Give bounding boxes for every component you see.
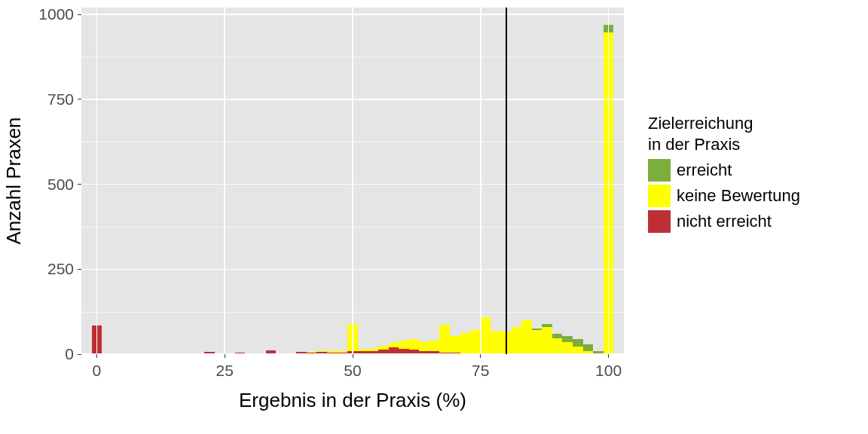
legend-swatch: [648, 185, 671, 207]
bar-segment: [419, 342, 429, 351]
legend-label: erreicht: [677, 160, 732, 180]
bar-segment: [562, 342, 573, 354]
bar-segment: [316, 351, 327, 352]
bar-segment: [460, 333, 471, 354]
plot-panel: [81, 8, 624, 354]
bar-segment: [481, 317, 491, 354]
legend-title: Zielerreichungin der Praxis: [648, 113, 800, 154]
bar-segment: [338, 351, 348, 353]
bar-segment: [491, 331, 501, 354]
y-tick-label: 0: [65, 345, 74, 363]
y-tick-label: 500: [47, 176, 74, 194]
bar-segment: [389, 343, 399, 347]
bar-segment: [358, 349, 368, 352]
bar-segment: [450, 336, 460, 353]
reference-line: [506, 8, 507, 354]
bar-segment: [512, 327, 522, 354]
legend-swatch: [648, 210, 671, 233]
x-tick-label: 0: [93, 362, 102, 380]
bar-segment: [307, 352, 317, 353]
bar-segment: [573, 339, 583, 347]
legend-item: nicht erreicht: [648, 210, 800, 233]
bar-segment: [532, 330, 542, 354]
x-tick-label: 100: [595, 362, 622, 380]
y-tick-label: 1000: [38, 5, 74, 23]
legend: Zielerreichungin der Praxis erreichtkein…: [648, 113, 800, 236]
x-tick-label: 75: [472, 362, 489, 380]
bar-segment: [532, 329, 542, 330]
y-axis-title: Anzahl Praxen: [2, 117, 26, 244]
bar-segment: [327, 351, 338, 353]
x-tick-label: 25: [216, 362, 234, 380]
bar-segment: [429, 341, 440, 351]
legend-item: erreicht: [648, 159, 800, 182]
legend-item: keine Bewertung: [648, 185, 800, 207]
legend-swatch: [648, 159, 671, 182]
legend-items: erreichtkeine Bewertungnicht erreicht: [648, 159, 800, 233]
bar-segment: [552, 334, 563, 338]
bar-segment: [542, 324, 552, 327]
bar-segment: [521, 320, 532, 354]
legend-label: nicht erreicht: [677, 212, 772, 231]
legend-label: keine Bewertung: [677, 186, 800, 206]
bar-segment: [368, 349, 378, 351]
bar-segment: [378, 346, 389, 350]
bar-segment: [409, 339, 420, 350]
bar-segment: [552, 338, 563, 354]
bar-segment: [399, 341, 409, 349]
bar-segment: [439, 325, 450, 353]
bar-segment: [470, 330, 481, 354]
chart-figure: Ergebnis in der Praxis (%) Anzahl Praxen…: [0, 0, 868, 434]
bar-segment: [562, 336, 573, 342]
bar-segment: [583, 344, 594, 350]
y-tick-label: 750: [47, 90, 74, 108]
y-tick-label: 250: [47, 260, 74, 278]
bar-segment: [542, 327, 552, 354]
x-axis-title: Ergebnis in der Praxis (%): [81, 389, 624, 412]
x-tick-label: 50: [344, 362, 361, 380]
